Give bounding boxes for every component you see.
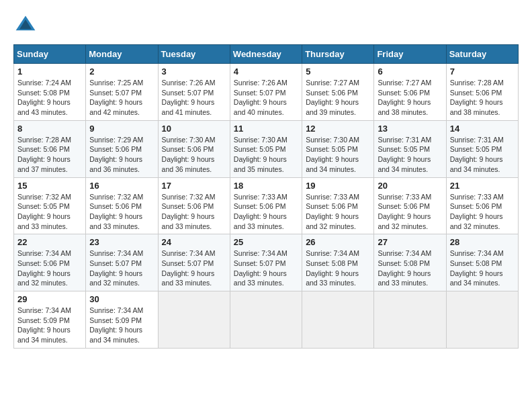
day-number: 25 — [234, 237, 298, 247]
calendar-cell: 19Sunrise: 7:33 AMSunset: 5:06 PMDayligh… — [302, 177, 374, 234]
calendar-week-row: 1Sunrise: 7:24 AMSunset: 5:08 PMDaylight… — [14, 64, 519, 121]
day-info: Sunrise: 7:34 AMSunset: 5:07 PMDaylight:… — [234, 248, 298, 288]
day-info: Sunrise: 7:33 AMSunset: 5:06 PMDaylight:… — [378, 192, 442, 232]
day-info: Sunrise: 7:25 AMSunset: 5:07 PMDaylight:… — [89, 78, 154, 118]
day-info: Sunrise: 7:30 AMSunset: 5:05 PMDaylight:… — [234, 135, 298, 175]
day-number: 7 — [450, 66, 515, 77]
calendar-cell: 6Sunrise: 7:27 AMSunset: 5:06 PMDaylight… — [374, 64, 446, 121]
day-number: 12 — [306, 124, 370, 134]
calendar-cell: 15Sunrise: 7:32 AMSunset: 5:05 PMDayligh… — [14, 177, 86, 234]
day-info: Sunrise: 7:26 AMSunset: 5:07 PMDaylight:… — [162, 78, 226, 118]
day-info: Sunrise: 7:34 AMSunset: 5:07 PMDaylight:… — [89, 248, 154, 288]
calendar-cell: 10Sunrise: 7:30 AMSunset: 5:06 PMDayligh… — [158, 120, 230, 177]
day-number: 30 — [89, 294, 154, 304]
calendar-cell: 13Sunrise: 7:31 AMSunset: 5:05 PMDayligh… — [374, 120, 446, 177]
day-info: Sunrise: 7:34 AMSunset: 5:09 PMDaylight:… — [17, 306, 82, 345]
day-info: Sunrise: 7:34 AMSunset: 5:08 PMDaylight:… — [306, 248, 370, 288]
day-number: 18 — [234, 181, 298, 191]
calendar-cell: 11Sunrise: 7:30 AMSunset: 5:05 PMDayligh… — [230, 120, 302, 177]
calendar-cell: 26Sunrise: 7:34 AMSunset: 5:08 PMDayligh… — [302, 234, 374, 291]
day-number: 23 — [89, 237, 154, 247]
day-info: Sunrise: 7:33 AMSunset: 5:06 PMDaylight:… — [306, 192, 370, 232]
logo-icon — [13, 13, 38, 38]
day-info: Sunrise: 7:32 AMSunset: 5:06 PMDaylight:… — [162, 192, 226, 232]
day-info: Sunrise: 7:32 AMSunset: 5:05 PMDaylight:… — [17, 192, 82, 232]
day-info: Sunrise: 7:33 AMSunset: 5:06 PMDaylight:… — [450, 192, 515, 232]
calendar-header-row: SundayMondayTuesdayWednesdayThursdayFrid… — [14, 45, 519, 64]
day-info: Sunrise: 7:34 AMSunset: 5:06 PMDaylight:… — [17, 248, 82, 288]
day-info: Sunrise: 7:32 AMSunset: 5:06 PMDaylight:… — [89, 192, 154, 232]
calendar-cell: 7Sunrise: 7:28 AMSunset: 5:06 PMDaylight… — [446, 64, 518, 121]
day-info: Sunrise: 7:34 AMSunset: 5:09 PMDaylight:… — [89, 306, 154, 345]
calendar-cell: 17Sunrise: 7:32 AMSunset: 5:06 PMDayligh… — [158, 177, 230, 234]
day-number: 22 — [17, 237, 82, 247]
calendar-header-saturday: Saturday — [446, 45, 518, 64]
calendar-cell — [374, 291, 446, 349]
calendar-header-monday: Monday — [86, 45, 158, 64]
calendar-header-tuesday: Tuesday — [158, 45, 230, 64]
day-number: 21 — [450, 181, 515, 191]
calendar-cell: 14Sunrise: 7:31 AMSunset: 5:05 PMDayligh… — [446, 120, 518, 177]
day-info: Sunrise: 7:31 AMSunset: 5:05 PMDaylight:… — [450, 135, 515, 175]
calendar-cell: 12Sunrise: 7:30 AMSunset: 5:05 PMDayligh… — [302, 120, 374, 177]
calendar-cell: 5Sunrise: 7:27 AMSunset: 5:06 PMDaylight… — [302, 64, 374, 121]
day-number: 5 — [306, 66, 370, 77]
day-info: Sunrise: 7:29 AMSunset: 5:06 PMDaylight:… — [89, 135, 154, 175]
day-info: Sunrise: 7:24 AMSunset: 5:08 PMDaylight:… — [17, 78, 82, 118]
calendar-cell: 22Sunrise: 7:34 AMSunset: 5:06 PMDayligh… — [14, 234, 86, 291]
calendar-cell — [230, 291, 302, 349]
day-number: 28 — [450, 237, 515, 247]
calendar-cell: 16Sunrise: 7:32 AMSunset: 5:06 PMDayligh… — [86, 177, 158, 234]
day-info: Sunrise: 7:34 AMSunset: 5:08 PMDaylight:… — [378, 248, 442, 288]
header — [13, 13, 519, 38]
calendar-cell: 21Sunrise: 7:33 AMSunset: 5:06 PMDayligh… — [446, 177, 518, 234]
day-number: 15 — [17, 181, 82, 191]
day-number: 2 — [89, 66, 154, 77]
day-info: Sunrise: 7:31 AMSunset: 5:05 PMDaylight:… — [378, 135, 442, 175]
day-number: 19 — [306, 181, 370, 191]
calendar-header-friday: Friday — [374, 45, 446, 64]
day-number: 26 — [306, 237, 370, 247]
calendar-cell: 30Sunrise: 7:34 AMSunset: 5:09 PMDayligh… — [86, 291, 158, 349]
calendar-week-row: 22Sunrise: 7:34 AMSunset: 5:06 PMDayligh… — [14, 234, 519, 291]
calendar-cell: 4Sunrise: 7:26 AMSunset: 5:07 PMDaylight… — [230, 64, 302, 121]
day-number: 3 — [162, 66, 226, 77]
day-number: 17 — [162, 181, 226, 191]
day-number: 27 — [378, 237, 442, 247]
day-info: Sunrise: 7:28 AMSunset: 5:06 PMDaylight:… — [450, 78, 515, 118]
calendar-header-sunday: Sunday — [14, 45, 86, 64]
day-number: 13 — [378, 124, 442, 134]
day-info: Sunrise: 7:34 AMSunset: 5:07 PMDaylight:… — [162, 248, 226, 288]
calendar-cell — [302, 291, 374, 349]
calendar-cell: 28Sunrise: 7:34 AMSunset: 5:08 PMDayligh… — [446, 234, 518, 291]
day-number: 6 — [378, 66, 442, 77]
day-info: Sunrise: 7:34 AMSunset: 5:08 PMDaylight:… — [450, 248, 515, 288]
calendar-cell: 23Sunrise: 7:34 AMSunset: 5:07 PMDayligh… — [86, 234, 158, 291]
day-info: Sunrise: 7:30 AMSunset: 5:05 PMDaylight:… — [306, 135, 370, 175]
day-number: 16 — [89, 181, 154, 191]
day-number: 29 — [17, 294, 82, 304]
calendar-cell: 29Sunrise: 7:34 AMSunset: 5:09 PMDayligh… — [14, 291, 86, 349]
day-info: Sunrise: 7:33 AMSunset: 5:06 PMDaylight:… — [234, 192, 298, 232]
calendar-cell — [158, 291, 230, 349]
day-info: Sunrise: 7:28 AMSunset: 5:06 PMDaylight:… — [17, 135, 82, 175]
day-number: 11 — [234, 124, 298, 134]
calendar-cell: 3Sunrise: 7:26 AMSunset: 5:07 PMDaylight… — [158, 64, 230, 121]
calendar-cell — [446, 291, 518, 349]
day-info: Sunrise: 7:27 AMSunset: 5:06 PMDaylight:… — [378, 78, 442, 118]
calendar-cell: 18Sunrise: 7:33 AMSunset: 5:06 PMDayligh… — [230, 177, 302, 234]
calendar-cell: 27Sunrise: 7:34 AMSunset: 5:08 PMDayligh… — [374, 234, 446, 291]
day-number: 9 — [89, 124, 154, 134]
day-number: 20 — [378, 181, 442, 191]
calendar-week-row: 15Sunrise: 7:32 AMSunset: 5:05 PMDayligh… — [14, 177, 519, 234]
day-number: 24 — [162, 237, 226, 247]
day-number: 1 — [17, 66, 82, 77]
calendar-header-thursday: Thursday — [302, 45, 374, 64]
calendar-cell: 2Sunrise: 7:25 AMSunset: 5:07 PMDaylight… — [86, 64, 158, 121]
calendar-week-row: 29Sunrise: 7:34 AMSunset: 5:09 PMDayligh… — [14, 291, 519, 349]
calendar-cell: 24Sunrise: 7:34 AMSunset: 5:07 PMDayligh… — [158, 234, 230, 291]
calendar-table: SundayMondayTuesdayWednesdayThursdayFrid… — [13, 44, 519, 349]
day-info: Sunrise: 7:27 AMSunset: 5:06 PMDaylight:… — [306, 78, 370, 118]
calendar-cell: 20Sunrise: 7:33 AMSunset: 5:06 PMDayligh… — [374, 177, 446, 234]
calendar-header-wednesday: Wednesday — [230, 45, 302, 64]
